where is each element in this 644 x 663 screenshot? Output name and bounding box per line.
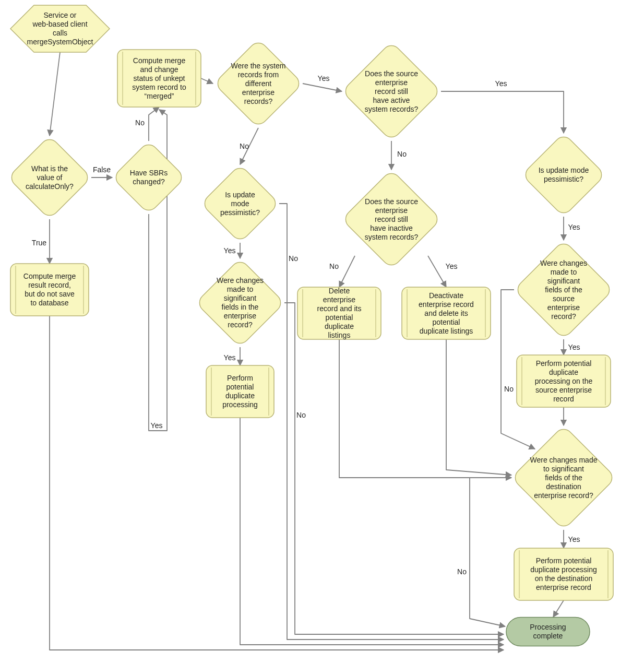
node-sigDest: Were changes madeto significantfields of… bbox=[511, 425, 616, 530]
node-potDupSrc: Perform potentialduplicateprocessing on … bbox=[517, 355, 611, 407]
node-inactiveSys: Does the sourceenterpriserecord stillhav… bbox=[342, 170, 441, 269]
node-sigFields1: Were changesmade tosignificantfields in … bbox=[196, 258, 284, 347]
svg-text:Perform potentialduplicate pro: Perform potentialduplicate processingon … bbox=[530, 557, 597, 591]
node-potDupDest: Perform potentialduplicate processingon … bbox=[514, 548, 613, 600]
svg-text:No: No bbox=[397, 150, 407, 158]
svg-text:Yes: Yes bbox=[568, 343, 580, 351]
svg-text:Have SBRschanged?: Have SBRschanged? bbox=[130, 169, 168, 186]
node-done: Processingcomplete bbox=[506, 618, 590, 646]
node-activeSys: Does the sourceenterpriserecord stillhav… bbox=[342, 42, 441, 141]
svg-text:No: No bbox=[240, 142, 249, 150]
svg-text:Is update modepessimistic?: Is update modepessimistic? bbox=[539, 166, 589, 183]
node-deleteEnt: Deleteenterpriserecord and itspotentiald… bbox=[297, 287, 381, 339]
node-computeMerge: Compute mergeand changestatus of unkepts… bbox=[117, 50, 201, 107]
node-updPess1: Is updatemodepessimistic? bbox=[201, 164, 279, 243]
svg-text:Yes: Yes bbox=[446, 262, 458, 270]
svg-text:Performpotentialduplicateproce: Performpotentialduplicateprocessing bbox=[222, 374, 258, 409]
node-calcOnly: What is thevalue ofcalculateOnly? bbox=[8, 136, 91, 219]
svg-text:Processingcomplete: Processingcomplete bbox=[530, 623, 566, 640]
svg-text:No: No bbox=[135, 119, 145, 127]
node-sbrs: Have SBRschanged? bbox=[112, 141, 185, 214]
node-potDup1: Performpotentialduplicateprocessing bbox=[206, 365, 274, 418]
svg-text:Yes: Yes bbox=[318, 74, 330, 82]
svg-text:Yes: Yes bbox=[568, 223, 580, 231]
svg-text:Yes: Yes bbox=[568, 535, 580, 543]
flowchart: TrueFalseNoYesYesNoYesNoYesNoYesNoNoYesY… bbox=[0, 0, 644, 663]
node-computeNoSave: Compute mergeresult record,but do not sa… bbox=[10, 264, 89, 316]
nodes: Service orweb-based clientcallsmergeSyst… bbox=[8, 5, 616, 646]
svg-text:No: No bbox=[296, 411, 306, 419]
node-start: Service orweb-based clientcallsmergeSyst… bbox=[10, 5, 110, 52]
svg-text:Yes: Yes bbox=[224, 246, 236, 255]
svg-text:No: No bbox=[457, 567, 467, 576]
svg-text:Yes: Yes bbox=[151, 421, 163, 430]
svg-text:No: No bbox=[504, 385, 514, 393]
svg-text:No: No bbox=[289, 254, 298, 263]
svg-text:No: No bbox=[329, 262, 339, 270]
svg-text:Yes: Yes bbox=[224, 353, 236, 362]
edges: TrueFalseNoYesYesNoYesNoYesNoYesNoNoYesY… bbox=[32, 52, 580, 650]
node-sigSrc: Were changesmade tosignificantfields of … bbox=[514, 240, 613, 339]
svg-text:True: True bbox=[32, 239, 46, 247]
svg-text:False: False bbox=[93, 165, 111, 174]
node-deactEnt: Deactivateenterprise recordand delete it… bbox=[402, 287, 491, 339]
node-updPess2: Is update modepessimistic? bbox=[522, 133, 605, 217]
node-diffEnt: Were the systemrecords fromdifferentente… bbox=[214, 39, 303, 128]
svg-text:Compute mergeresult record,but: Compute mergeresult record,but do not sa… bbox=[23, 272, 76, 307]
svg-text:Yes: Yes bbox=[495, 79, 507, 88]
